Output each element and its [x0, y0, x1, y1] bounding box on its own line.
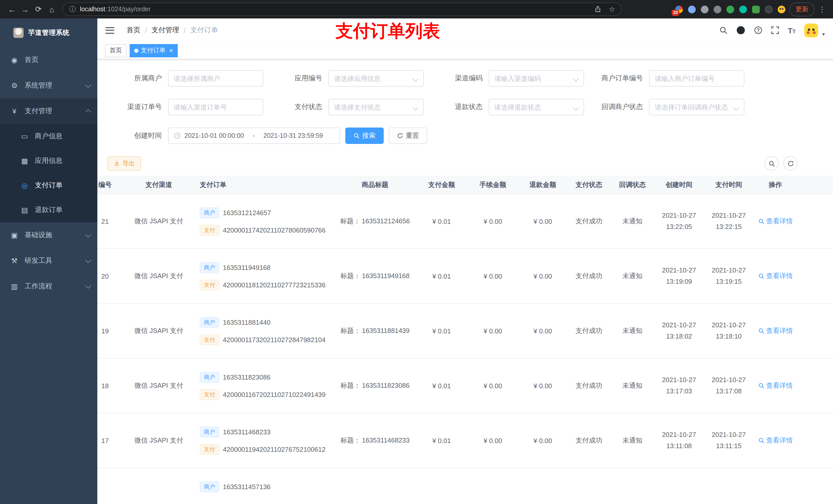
- avatar[interactable]: [804, 23, 818, 37]
- callback-status-select[interactable]: [649, 99, 744, 115]
- reset-button[interactable]: 重置: [389, 127, 427, 144]
- cell-status: 支付成功: [567, 436, 611, 445]
- merchant-order-line: 商户 1635311823086: [200, 371, 334, 382]
- breadcrumb-pay-manage[interactable]: 支付管理: [152, 26, 179, 35]
- tab-home[interactable]: 首页: [105, 44, 126, 57]
- github-icon[interactable]: [736, 26, 745, 35]
- time: 13:18:10: [704, 331, 754, 342]
- extension-icon[interactable]: [701, 5, 709, 13]
- sidebar-item-label: 基础设施: [25, 231, 52, 240]
- export-button[interactable]: 导出: [108, 156, 141, 171]
- sidebar-item-merchant-info[interactable]: ▭ 商户信息: [0, 124, 97, 148]
- cell-title: 标题：1635312124656: [334, 217, 416, 226]
- merchant-order-no-input[interactable]: [649, 70, 744, 87]
- sidebar-item-app-info[interactable]: ▦ 应用信息: [0, 148, 97, 173]
- date-separator: -: [253, 132, 255, 139]
- sidebar-item-home[interactable]: ◉ 首页: [0, 47, 97, 73]
- search-icon[interactable]: [719, 26, 727, 34]
- view-detail-label: 查看详情: [766, 271, 793, 281]
- col-title: 商品标题: [334, 180, 416, 189]
- orders-table: 编号 支付渠道 支付订单 商品标题 支付金额 手续金额 退款金额 支付状态 回调…: [97, 176, 833, 504]
- extension-icon[interactable]: [765, 5, 772, 13]
- channel-code-select-field[interactable]: [494, 74, 571, 82]
- reload-icon[interactable]: ⟳: [32, 3, 45, 16]
- view-detail-link[interactable]: 查看详情: [758, 436, 793, 445]
- owner-merchant-input[interactable]: [168, 70, 263, 87]
- chrome-update-button[interactable]: 更新: [789, 2, 814, 16]
- sidebar-item-refund-order[interactable]: ▤ 退款订单: [0, 198, 97, 222]
- back-icon[interactable]: ←: [5, 3, 19, 16]
- extension-icon[interactable]: [714, 5, 721, 13]
- search-button[interactable]: 搜索: [345, 127, 384, 144]
- extension-icon[interactable]: 10: [675, 5, 683, 13]
- bookmark-star-icon[interactable]: ☆: [609, 6, 615, 13]
- extension-icon[interactable]: [739, 5, 747, 13]
- filter-label: 回调商户状态: [589, 102, 649, 112]
- site-info-icon[interactable]: ⓘ: [69, 5, 76, 14]
- date: 2021-10-27: [704, 429, 754, 440]
- show-search-toggle-button[interactable]: [764, 156, 779, 171]
- help-icon[interactable]: [754, 26, 762, 34]
- forward-icon[interactable]: →: [19, 3, 32, 16]
- view-detail-link[interactable]: 查看详情: [758, 326, 793, 335]
- collapse-sidebar-icon[interactable]: [105, 27, 114, 33]
- cell-channel: 微信 JSAPI 支付: [123, 271, 195, 281]
- font-size-icon[interactable]: TT: [788, 26, 795, 34]
- search-icon: [758, 437, 764, 443]
- sidebar-item-pay[interactable]: ¥ 支付管理: [0, 98, 97, 124]
- view-detail-link[interactable]: 查看详情: [758, 381, 793, 390]
- address-bar[interactable]: ⓘ localhost :1024/pay/order ☆: [63, 3, 622, 16]
- create-time-range-picker[interactable]: 2021-10-01 00:00:00 - 2021-10-31 23:59:5…: [168, 127, 340, 144]
- callback-status-select-field[interactable]: [655, 103, 732, 111]
- extension-icon[interactable]: [778, 5, 785, 13]
- sidebar-item-devtools[interactable]: ⚒ 研发工具: [0, 248, 97, 273]
- caret-down-icon[interactable]: ▾: [822, 31, 825, 37]
- tab-pay-order[interactable]: 支付订单 ×: [129, 44, 177, 57]
- refund-status-select-field[interactable]: [494, 103, 571, 111]
- sidebar-item-label: 首页: [25, 55, 39, 65]
- fullscreen-icon[interactable]: [771, 26, 779, 34]
- chevron-down-icon: [413, 105, 419, 111]
- cell-order: 商户 1635311823086 支付 42000011672021102710…: [195, 371, 334, 400]
- document-icon: ▤: [21, 206, 29, 214]
- extension-icon[interactable]: [752, 5, 760, 13]
- chevron-down-icon: [413, 76, 419, 82]
- sidebar-item-system[interactable]: ⚙ 系统管理: [0, 73, 97, 98]
- share-icon[interactable]: [595, 6, 602, 13]
- extension-badge: 10: [672, 9, 679, 16]
- app-no-select-field[interactable]: [334, 74, 411, 82]
- channel-order-no-input-field[interactable]: [174, 103, 258, 111]
- browser-home-icon[interactable]: ⌂: [45, 3, 58, 16]
- owner-merchant-input-field[interactable]: [174, 74, 258, 82]
- extension-icon[interactable]: [688, 5, 696, 13]
- pay-tag: 支付: [200, 444, 219, 455]
- app-no-select[interactable]: [328, 70, 424, 87]
- pay-status-select[interactable]: [328, 99, 424, 115]
- channel-order-no-input[interactable]: [168, 99, 263, 115]
- close-icon[interactable]: ×: [169, 47, 173, 54]
- sidebar-item-workflow[interactable]: ▥ 工作流程: [0, 273, 97, 299]
- refund-status-select[interactable]: [489, 99, 584, 115]
- chevron-down-icon: [85, 232, 91, 237]
- refresh-table-button[interactable]: [783, 156, 798, 171]
- cell-amount: ¥ 0.01: [416, 382, 467, 389]
- extension-icon[interactable]: [727, 5, 734, 13]
- cell-status: 支付成功: [567, 271, 611, 281]
- merchant-order-no: 1635311823086: [223, 373, 270, 381]
- view-detail-link[interactable]: 查看详情: [758, 271, 793, 281]
- cell-amount: ¥ 0.01: [416, 272, 467, 280]
- chrome-menu-icon[interactable]: ⋮: [817, 5, 828, 13]
- view-detail-link[interactable]: 查看详情: [758, 217, 793, 226]
- merchant-order-no-input-field[interactable]: [655, 74, 739, 82]
- sidebar-item-infrastructure[interactable]: ▣ 基础设施: [0, 222, 97, 248]
- pay-status-select-field[interactable]: [334, 103, 411, 111]
- merchant-order-no: 1635311881440: [223, 318, 270, 326]
- app-logo[interactable]: 芋道管理系统: [0, 19, 97, 47]
- channel-code-select[interactable]: [489, 70, 584, 87]
- sidebar-item-pay-order[interactable]: ◎ 支付订单: [0, 173, 97, 198]
- col-fee: 手续金额: [467, 180, 519, 189]
- cell-id: 19: [97, 327, 123, 335]
- breadcrumb-home[interactable]: 首页: [126, 26, 140, 35]
- time: 13:11:15: [704, 440, 754, 452]
- cell-actions: 查看详情: [754, 271, 797, 281]
